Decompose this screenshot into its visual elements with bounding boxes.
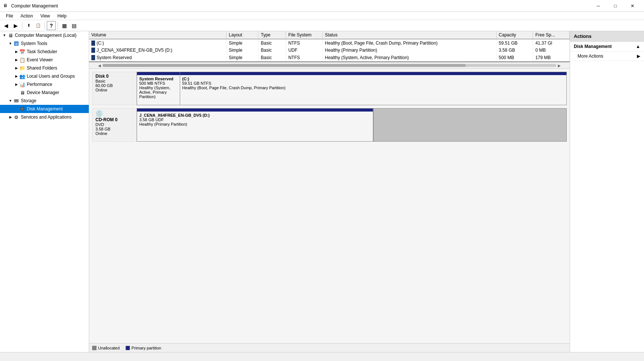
svg-text:⚙: ⚙ xyxy=(15,42,18,46)
tree-item-performance[interactable]: ▶📊Performance xyxy=(0,80,89,88)
tree-item-task-scheduler[interactable]: ▶📅Task Scheduler xyxy=(0,48,89,56)
help-button[interactable]: ? xyxy=(47,21,56,30)
tree-icon-disk-management xyxy=(19,106,25,112)
tree-arrow-shared-folders[interactable]: ▶ xyxy=(13,65,19,71)
tree-item-event-viewer[interactable]: ▶📋Event Viewer xyxy=(0,56,89,64)
tree-icon-event-viewer: 📋 xyxy=(19,57,25,63)
partition-size: 59.51 GB NTFS xyxy=(182,81,564,86)
tree-arrow-disk-management[interactable] xyxy=(13,106,19,112)
disk-type: DVD xyxy=(95,122,133,127)
col-status[interactable]: Status xyxy=(322,31,496,39)
tree-item-shared-folders[interactable]: ▶📁Shared Folders xyxy=(0,64,89,72)
view1-button[interactable]: ▦ xyxy=(60,21,69,30)
col-capacity[interactable]: Capacity xyxy=(496,31,533,39)
disk-partitions-cdrom0: J_CENA_X64FREE_EN-GB_DV5 (D:)3.58 GB UDF… xyxy=(137,108,567,142)
disk-size: 60.00 GB xyxy=(95,83,133,88)
table-scroll[interactable]: Volume Layout Type File System Status Ca… xyxy=(89,31,570,61)
table-row[interactable]: System ReservedSimpleBasicNTFSHealthy (S… xyxy=(89,54,570,61)
menu-help[interactable]: Help xyxy=(55,13,70,19)
tree-arrow-system-tools[interactable]: ▼ xyxy=(7,41,13,46)
window-title: Computer Management xyxy=(11,3,590,9)
show-hide-button[interactable]: 📋 xyxy=(34,21,43,30)
tree-item-services-applications[interactable]: ▶⚙Services and Applications xyxy=(0,113,89,121)
table-row[interactable]: J_CENA_X64FREE_EN-GB_DV5 (D:)SimpleBasic… xyxy=(89,46,570,54)
tree-item-system-tools[interactable]: ▼⚙System Tools xyxy=(0,39,89,48)
menu-bar: File Action View Help xyxy=(0,12,644,20)
tree-item-device-manager[interactable]: 🖥Device Manager xyxy=(0,88,89,97)
scroll-left-button[interactable]: ◀ xyxy=(97,64,103,68)
disk-label-disk0: Disk 0Basic60.00 GBOnline xyxy=(92,72,137,105)
partition-header-bar xyxy=(137,72,180,75)
disk-name: Disk 0 xyxy=(95,74,133,79)
table-row[interactable]: (C:)SimpleBasicNTFSHealthy (Boot, Page F… xyxy=(89,39,570,46)
tree-item-computer-management[interactable]: ▼🖥Computer Management (Local) xyxy=(0,31,89,39)
toolbar-separator-3 xyxy=(58,22,58,29)
legend-unallocated-box xyxy=(92,346,97,350)
tree-item-local-users[interactable]: ▶👥Local Users and Groups xyxy=(0,72,89,80)
col-type[interactable]: Type xyxy=(258,31,286,39)
tree-label-performance: Performance xyxy=(27,82,52,87)
legend-primary-label: Primary partition xyxy=(131,346,161,350)
close-button[interactable]: ✕ xyxy=(624,0,641,12)
actions-section-title: Disk Management xyxy=(574,44,612,49)
tree-arrow-local-users[interactable]: ▶ xyxy=(13,73,19,79)
scroll-track[interactable] xyxy=(103,64,556,67)
disk-table: Volume Layout Type File System Status Ca… xyxy=(89,31,570,61)
view2-button[interactable]: ▤ xyxy=(69,21,78,30)
partition-name: (C:) xyxy=(182,77,564,81)
partition-system-reserved[interactable]: System Reserved500 MB NTFSHealthy (Syste… xyxy=(137,72,180,105)
partition-c-drive[interactable]: (C:)59.51 GB NTFSHealthy (Boot, Page Fil… xyxy=(180,72,566,105)
col-freespace[interactable]: Free Sp... xyxy=(533,31,570,39)
partition-status: Healthy (System, Active, Primary Partiti… xyxy=(139,86,178,99)
forward-button[interactable]: ▶ xyxy=(11,21,20,30)
tree-arrow-storage[interactable]: ▼ xyxy=(7,98,13,104)
tree-label-disk-management: Disk Management xyxy=(27,106,63,112)
tree-arrow-services-applications[interactable]: ▶ xyxy=(7,114,13,120)
tree-icon-device-manager: 🖥 xyxy=(19,90,25,96)
tree-label-services-applications: Services and Applications xyxy=(21,115,72,120)
up-button[interactable]: ⬆ xyxy=(24,21,33,30)
actions-section-collapse-icon: ▲ xyxy=(636,44,640,49)
scroll-right-button[interactable]: ▶ xyxy=(556,64,562,68)
partition-name: System Reserved xyxy=(139,77,178,81)
scroll-thumb[interactable] xyxy=(103,64,466,67)
tree-arrow-device-manager[interactable] xyxy=(13,90,19,96)
menu-view[interactable]: View xyxy=(38,13,53,19)
more-actions-item[interactable]: More Actions ▶ xyxy=(570,52,644,61)
tree-arrow-performance[interactable]: ▶ xyxy=(13,81,19,87)
disk-label-cdrom0: 💿CD-ROM 0DVD3.58 GBOnline xyxy=(92,108,137,142)
partition-status: Healthy (Primary Partition) xyxy=(139,122,371,126)
tree-icon-services-applications: ⚙ xyxy=(13,114,19,120)
cdrom-icon: 💿 xyxy=(95,110,133,117)
col-filesystem[interactable]: File System xyxy=(286,31,323,39)
disk-row-disk0: Disk 0Basic60.00 GBOnlineSystem Reserved… xyxy=(92,72,567,105)
actions-section-disk-management[interactable]: Disk Management ▲ xyxy=(570,42,644,52)
tree-label-shared-folders: Shared Folders xyxy=(27,65,57,71)
horizontal-scrollbar[interactable]: ◀ ▶ xyxy=(89,62,570,69)
col-volume[interactable]: Volume xyxy=(89,31,227,39)
tree-arrow-event-viewer[interactable]: ▶ xyxy=(13,57,19,63)
toolbar-separator-1 xyxy=(22,22,22,29)
legend-primary-box xyxy=(126,346,130,350)
tree-icon-storage xyxy=(13,98,19,104)
table-area: Volume Layout Type File System Status Ca… xyxy=(89,31,570,62)
maximize-button[interactable]: □ xyxy=(607,0,624,12)
disk-visual-area: Disk 0Basic60.00 GBOnlineSystem Reserved… xyxy=(89,69,570,343)
tree-panel: ▼🖥Computer Management (Local)▼⚙System To… xyxy=(0,31,89,352)
actions-panel-header: Actions xyxy=(570,31,644,42)
partition-name: J_CENA_X64FREE_EN-GB_DV5 (D:) xyxy=(139,113,371,117)
actions-panel: Actions Disk Management ▲ More Actions ▶ xyxy=(570,31,644,352)
tree-arrow-computer-management[interactable]: ▼ xyxy=(1,32,7,38)
col-layout[interactable]: Layout xyxy=(227,31,258,39)
tree-arrow-task-scheduler[interactable]: ▶ xyxy=(13,49,19,55)
minimize-button[interactable]: ─ xyxy=(590,0,607,12)
tree-icon-computer-management: 🖥 xyxy=(7,32,13,38)
tree-item-storage[interactable]: ▼Storage xyxy=(0,97,89,105)
tree-item-disk-management[interactable]: Disk Management xyxy=(0,105,89,113)
back-button[interactable]: ◀ xyxy=(1,21,10,30)
menu-file[interactable]: File xyxy=(3,13,16,19)
menu-action[interactable]: Action xyxy=(17,13,36,19)
partition-d-drive[interactable]: J_CENA_X64FREE_EN-GB_DV5 (D:)3.58 GB UDF… xyxy=(137,109,373,141)
disk-name: CD-ROM 0 xyxy=(95,117,133,122)
partition-size: 500 MB NTFS xyxy=(139,81,178,86)
